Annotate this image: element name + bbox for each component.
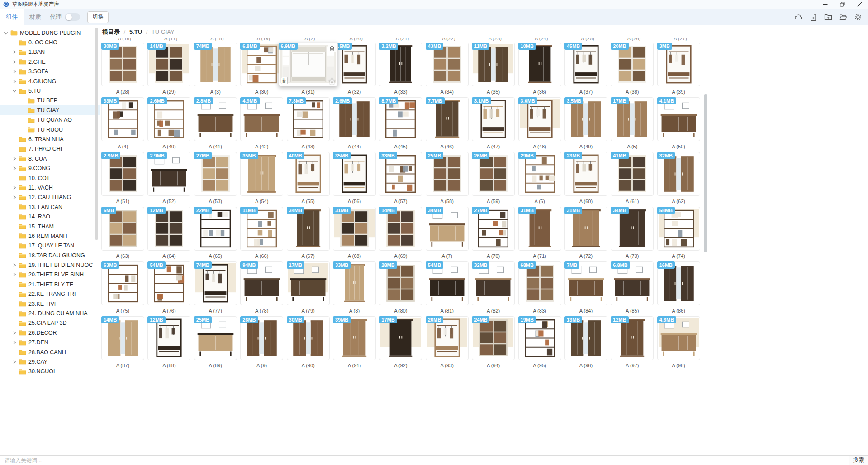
chevron-right-icon[interactable] (12, 166, 18, 171)
chevron-right-icon[interactable] (12, 69, 18, 74)
asset-card[interactable]: 16MB (657, 261, 700, 305)
asset-card[interactable]: 3.6MB (518, 97, 561, 141)
chevron-right-icon[interactable] (12, 359, 18, 364)
asset-card[interactable]: 17MB (379, 316, 422, 360)
asset-card[interactable]: 34MB (426, 207, 469, 251)
sidebar-item[interactable]: 4.GIUONG (0, 76, 100, 86)
asset-card[interactable]: 26MB (240, 316, 283, 360)
asset-card[interactable]: 29MB (518, 152, 561, 196)
sidebar-item[interactable]: 8. CUA (0, 154, 100, 163)
asset-card[interactable]: 4.9MB (240, 97, 283, 141)
breadcrumb-parent[interactable]: 5.TU (129, 28, 142, 35)
asset-card[interactable]: 43MB (426, 43, 469, 86)
asset-card[interactable]: 31MB (564, 207, 607, 251)
asset-card[interactable]: 34MB (287, 207, 330, 251)
sidebar-item[interactable]: 24. DUNG CU AM NHA (0, 308, 100, 318)
asset-card[interactable]: 4.1MB (657, 97, 700, 141)
sidebar-item[interactable]: TU BEP (0, 96, 100, 105)
search-button[interactable]: 搜索 (849, 456, 868, 465)
chevron-right-icon[interactable] (12, 156, 18, 161)
asset-card[interactable]: 3MB (657, 43, 700, 86)
chevron-right-icon[interactable] (12, 50, 18, 55)
sidebar-item[interactable]: 21.THIET BI Y TE (0, 280, 100, 289)
sidebar-item[interactable]: MODEL DUNG PLUGIN (0, 28, 100, 38)
new-folder-icon[interactable] (824, 13, 832, 21)
asset-card[interactable]: 30MB (287, 316, 330, 360)
asset-card[interactable]: 32MB (657, 152, 700, 196)
asset-card[interactable]: 32MB (472, 261, 515, 305)
asset-card[interactable]: 25MB (194, 316, 237, 360)
sidebar-item[interactable]: 12. CAU THANG (0, 193, 100, 202)
asset-card[interactable]: 30MB (101, 43, 144, 86)
asset-card[interactable]: 6.9MB替 (279, 43, 338, 86)
asset-card[interactable]: 25MB (426, 152, 469, 196)
asset-card[interactable]: 26MB (426, 316, 469, 360)
asset-card[interactable]: 39MB (333, 316, 376, 360)
asset-card[interactable]: 26MB (472, 152, 515, 196)
sidebar-item[interactable]: 29.CAY (0, 357, 100, 366)
asset-card[interactable]: 34MB (611, 207, 654, 251)
asset-card[interactable]: 22MB (194, 207, 237, 251)
asset-card[interactable]: 68MB (518, 261, 561, 305)
tab-materials[interactable]: 材质 (24, 9, 47, 25)
minimize-button[interactable] (816, 0, 834, 9)
asset-card[interactable]: 33MB (333, 261, 376, 305)
asset-card[interactable]: 2.6MB (147, 97, 190, 141)
sidebar-item[interactable]: 6. TRAN NHA (0, 134, 100, 144)
tab-components[interactable]: 组件 (0, 9, 24, 25)
asset-card[interactable]: 28MB (379, 261, 422, 305)
chevron-right-icon[interactable] (12, 195, 18, 200)
chevron-right-icon[interactable] (12, 272, 18, 277)
asset-card[interactable]: 27MB (472, 207, 515, 251)
restore-button[interactable] (834, 0, 851, 9)
sidebar-item[interactable]: 18.TAB DAU GIUONG (0, 251, 100, 260)
sidebar-item[interactable]: 2.GHE (0, 57, 100, 66)
sidebar-item[interactable]: 11. VACH (0, 183, 100, 192)
sidebar-item[interactable]: 15. THAM (0, 222, 100, 231)
asset-card[interactable]: 63MB (101, 261, 144, 305)
sidebar-item[interactable]: 5.TU (0, 86, 100, 95)
asset-card[interactable]: 58MB (657, 207, 700, 251)
asset-card[interactable]: 3.5MB (564, 97, 607, 141)
sidebar-item[interactable]: TU RUOU (0, 125, 100, 134)
sidebar-item[interactable]: 28.BAO CANH (0, 347, 100, 357)
asset-card[interactable]: 12MB (147, 207, 190, 251)
cloud-icon[interactable] (794, 13, 802, 21)
sidebar-item[interactable]: 14. RAO (0, 212, 100, 221)
asset-card[interactable]: 54MB (147, 261, 190, 305)
asset-card[interactable]: 54MB (426, 261, 469, 305)
sidebar-item[interactable]: 9.CONG (0, 163, 100, 173)
asset-card[interactable]: 24MB (472, 316, 515, 360)
sidebar-item[interactable]: 17. QUAY LE TAN (0, 241, 100, 251)
asset-card[interactable]: 3.1MB (472, 97, 515, 141)
asset-card[interactable]: 23MB (564, 152, 607, 196)
chevron-right-icon[interactable] (12, 263, 18, 268)
switch-button[interactable]: 切换 (87, 11, 109, 23)
asset-card[interactable]: 14MB (147, 43, 190, 86)
asset-card[interactable]: 31MB (518, 207, 561, 251)
asset-card[interactable]: 6.8MB (240, 43, 283, 86)
asset-card[interactable]: 6.8MB (611, 261, 654, 305)
settings-icon[interactable] (854, 13, 862, 21)
asset-card[interactable]: 74MB (194, 43, 237, 86)
asset-card[interactable]: 2.9MB (147, 152, 190, 196)
asset-card[interactable]: 94MB (240, 261, 283, 305)
replace-badge[interactable]: 替 (281, 77, 288, 84)
asset-card[interactable]: 14MB (101, 316, 144, 360)
asset-card[interactable]: 6MB (101, 207, 144, 251)
asset-card[interactable]: 4.6MB (657, 316, 700, 360)
asset-card[interactable]: 7MB (564, 261, 607, 305)
sidebar-item[interactable]: 3.SOFA (0, 67, 100, 76)
open-folder-icon[interactable] (839, 13, 847, 21)
chevron-right-icon[interactable] (12, 185, 18, 190)
asset-card[interactable]: 74MB (194, 261, 237, 305)
sidebar-item[interactable]: 19.THIET BI DIEN NUOC (0, 260, 100, 270)
sidebar-item[interactable]: 30.NGUOI (0, 367, 100, 376)
asset-card[interactable]: 27MB (194, 152, 237, 196)
asset-card[interactable]: 33MB (379, 152, 422, 196)
sidebar-item[interactable]: 1.BAN (0, 47, 100, 57)
asset-card[interactable]: 11MB (472, 43, 515, 86)
sidebar-item[interactable]: 0. OC CHO (0, 38, 100, 47)
chevron-right-icon[interactable] (12, 330, 18, 335)
star-icon[interactable] (328, 78, 336, 85)
